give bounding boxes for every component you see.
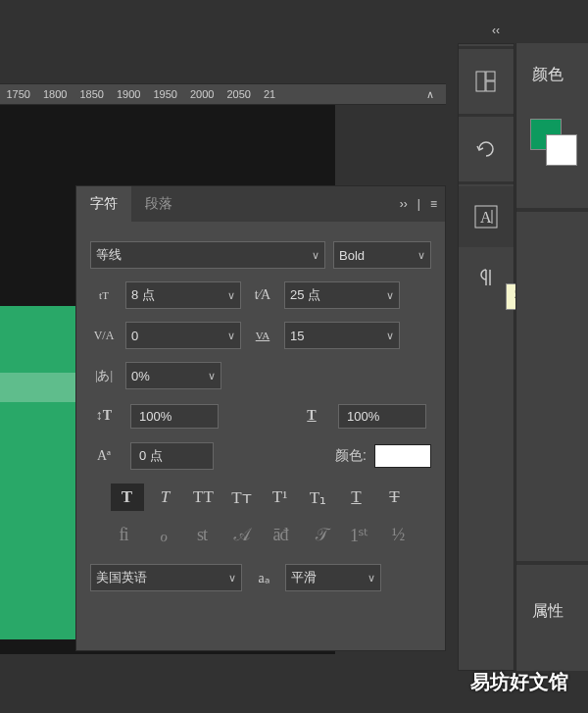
right-sidebar: 颜色 属性 (515, 43, 588, 671)
antialias-select[interactable]: 平滑 ∨ (285, 564, 381, 591)
chevron-down-icon: ∨ (417, 249, 425, 262)
font-size-select[interactable]: 8 点 ∨ (125, 281, 241, 309)
kerning-select[interactable]: 0 ∨ (125, 322, 241, 349)
svg-text:A: A (480, 209, 492, 226)
underline-button[interactable]: T (340, 484, 373, 511)
leading-select[interactable]: 25 点 ∨ (284, 281, 400, 309)
font-style-select[interactable]: Bold ∨ (333, 241, 431, 269)
horizontal-scale-input[interactable]: 100% (333, 402, 431, 430)
ordinals-button[interactable]: 1ˢᵗ (343, 525, 374, 546)
dock-swatches-icon[interactable] (459, 51, 514, 112)
horizontal-ruler: 1750 1800 1850 1900 1950 2000 2050 21 ∧ (0, 83, 446, 105)
antialias-icon: aₐ (250, 570, 277, 586)
chevron-down-icon: ∨ (386, 289, 394, 302)
font-family-select[interactable]: 等线 ∨ (90, 241, 325, 269)
type-style-row: T T TT Tᴛ T¹ T₁ T T (90, 484, 431, 511)
ligatures-button[interactable]: fi (108, 525, 139, 546)
watermark: 易坊好文馆 (470, 669, 568, 695)
chevron-down-icon: ∨ (227, 330, 235, 342)
icon-dock: A 字符 (458, 43, 514, 671)
horizontal-scale-value: 100% (338, 404, 426, 429)
ruler-tick: 1800 (43, 88, 67, 100)
tsume-select[interactable]: 0% ∨ (125, 362, 221, 389)
titling-alt-button[interactable]: 𝒯 (304, 525, 335, 546)
horizontal-scale-icon: T (298, 408, 325, 424)
dock-character-icon[interactable]: A (459, 186, 514, 247)
svg-rect-0 (476, 72, 485, 91)
panel-menu-icon[interactable]: ≡ (430, 197, 437, 211)
font-family-value: 等线 (96, 246, 122, 264)
tracking-value: 15 (290, 329, 304, 343)
leading-value: 25 点 (290, 286, 320, 304)
ruler-tick: 1950 (153, 88, 176, 100)
tracking-icon: VA (249, 330, 276, 341)
panel-expand-icon[interactable]: ›› (400, 197, 408, 211)
fractions-button[interactable]: ½ (382, 525, 414, 546)
baseline-shift-value: 0 点 (130, 442, 214, 470)
chevron-down-icon: ∨ (368, 572, 375, 585)
background-swatch[interactable] (546, 134, 577, 166)
leading-icon: t⁄A (249, 287, 276, 303)
tab-paragraph[interactable]: 段落 (131, 186, 186, 222)
subscript-button[interactable]: T₁ (302, 484, 335, 511)
contextual-alt-button[interactable]: ℴ (147, 525, 178, 546)
tab-character[interactable]: 字符 (76, 186, 131, 222)
chevron-down-icon: ∨ (386, 330, 394, 342)
ruler-tick: 21 (264, 88, 275, 100)
all-caps-button[interactable]: TT (187, 484, 220, 511)
font-size-value: 8 点 (131, 286, 155, 304)
font-style-value: Bold (339, 248, 365, 263)
swash-button[interactable]: 𝒜 (225, 525, 257, 546)
chevron-down-icon: ∨ (227, 289, 235, 302)
superscript-button[interactable]: T¹ (264, 484, 297, 511)
divider: | (417, 197, 420, 211)
svg-rect-1 (486, 72, 495, 80)
ruler-collapse-icon[interactable]: ∧ (426, 88, 434, 101)
language-value: 美国英语 (96, 569, 147, 586)
opentype-row: fi ℴ st 𝒜 āđ 𝒯 1ˢᵗ ½ (90, 525, 431, 546)
ruler-tick: 1850 (79, 88, 103, 100)
svg-rect-2 (486, 81, 495, 91)
vertical-scale-icon: ↕T (90, 408, 118, 424)
properties-panel-label[interactable]: 属性 (516, 580, 579, 643)
small-caps-button[interactable]: Tᴛ (225, 484, 259, 511)
kerning-icon: V/A (90, 329, 118, 343)
text-color-swatch[interactable] (374, 444, 431, 468)
ruler-tick: 1900 (117, 88, 140, 100)
tsume-value: 0% (131, 369, 150, 383)
dock-history-icon[interactable] (459, 119, 514, 179)
font-size-icon: tT (90, 289, 118, 301)
discretionary-lig-button[interactable]: st (186, 525, 218, 546)
color-panel-label[interactable]: 颜色 (516, 43, 588, 107)
character-panel: 字符 段落 ›› | ≡ 等线 ∨ Bold ∨ tT 8 点 ∨ t⁄A (75, 185, 446, 651)
chevron-down-icon: ∨ (208, 370, 216, 382)
vertical-scale-value: 100% (130, 404, 219, 429)
faux-italic-button[interactable]: T (149, 484, 182, 511)
chevron-down-icon: ∨ (312, 249, 319, 262)
ruler-tick: 1750 (7, 88, 30, 100)
tracking-select[interactable]: 15 ∨ (284, 322, 400, 349)
stylistic-alt-button[interactable]: āđ (265, 525, 296, 546)
tsume-icon: |あ| (90, 367, 118, 384)
strikethrough-button[interactable]: T (378, 484, 412, 511)
collapse-panels-icon[interactable]: ‹‹ (492, 24, 500, 37)
kerning-value: 0 (131, 329, 138, 343)
ruler-tick: 2000 (190, 88, 214, 100)
baseline-shift-input[interactable]: 0 点 (125, 442, 219, 470)
chevron-down-icon: ∨ (228, 572, 236, 585)
faux-bold-button[interactable]: T (111, 484, 144, 511)
ruler-tick: 2050 (226, 88, 250, 100)
panel-tabs: 字符 段落 ›› | ≡ (76, 186, 445, 222)
vertical-scale-input[interactable]: 100% (125, 402, 223, 430)
baseline-shift-icon: Aª (90, 448, 118, 464)
antialias-value: 平滑 (291, 569, 317, 586)
color-label: 颜色: (335, 447, 367, 465)
language-select[interactable]: 美国英语 ∨ (90, 564, 242, 591)
